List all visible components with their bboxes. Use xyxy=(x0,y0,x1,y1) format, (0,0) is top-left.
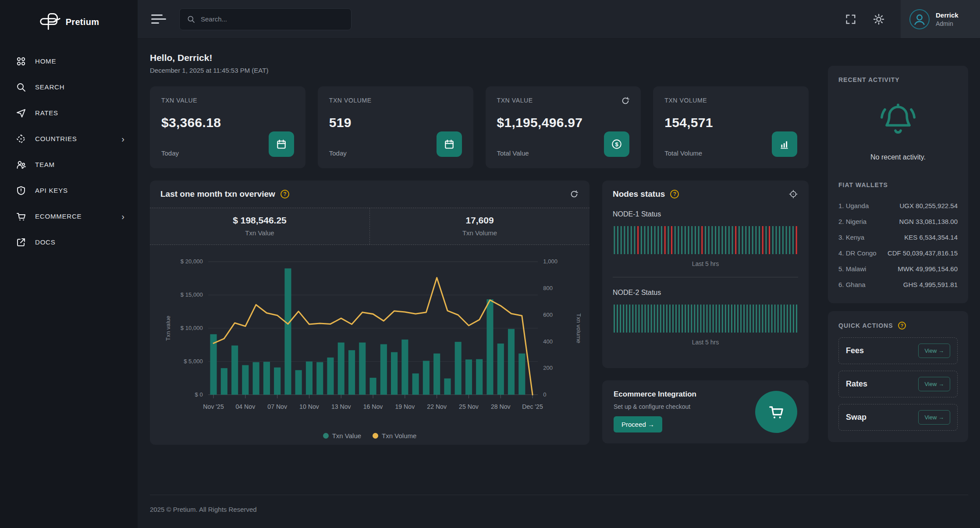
user-role: Admin xyxy=(936,20,959,27)
dollar-circle-icon[interactable]: $ xyxy=(604,131,629,157)
no-activity-text: No recent activity. xyxy=(838,153,958,161)
refresh-icon[interactable] xyxy=(621,96,630,106)
txn-overview-panel: Last one month txn overview ? $ 198,546.… xyxy=(150,181,589,445)
avatar xyxy=(909,9,930,29)
user-name: Derrick xyxy=(936,11,959,19)
panel-title: Last one month txn overview xyxy=(160,189,275,199)
greeting-datetime: December 1, 2025 at 11:45:53 PM (EAT) xyxy=(150,67,809,74)
ecommerce-integration-panel: Ecommerce Integration Set up & configure… xyxy=(602,380,809,443)
sidebar-item-label: API KEYS xyxy=(35,187,68,194)
svg-text:25 Nov: 25 Nov xyxy=(459,403,479,410)
stat-label: TXN VOLUME xyxy=(329,97,462,104)
wallet-row: 3. KenyaKES 6,534,354.14 xyxy=(838,230,958,245)
stat-card-total-volume: TXN VOLUME 154,571 Total Volume xyxy=(653,86,809,168)
search-icon xyxy=(187,15,195,24)
help-icon[interactable]: ? xyxy=(281,190,289,198)
sidebar-item-label: TEAM xyxy=(35,161,55,168)
view-fees-button[interactable]: View → xyxy=(918,344,950,358)
calendar-icon[interactable] xyxy=(437,131,462,157)
svg-text:04 Nov: 04 Nov xyxy=(236,403,256,410)
quick-actions-heading: QUICK ACTIONS ? xyxy=(838,322,958,330)
summary-txn-value: $ 198,546.25 xyxy=(150,215,369,226)
stat-caption: Today xyxy=(161,149,179,157)
main-content: Hello, Derrick! December 1, 2025 at 11:4… xyxy=(138,39,980,528)
sidebar-item-countries[interactable]: COUNTRIES › xyxy=(0,126,138,152)
help-icon[interactable]: ? xyxy=(898,322,906,330)
proceed-button[interactable]: Proceed → xyxy=(614,416,662,432)
svg-text:$: $ xyxy=(615,141,619,148)
search-icon xyxy=(16,82,26,92)
fullscreen-icon[interactable] xyxy=(845,13,857,25)
sidebar-item-label: SEARCH xyxy=(35,83,64,91)
sidebar-item-label: HOME xyxy=(35,57,56,65)
view-rates-button[interactable]: View → xyxy=(918,377,950,391)
chevron-right-icon: › xyxy=(121,212,124,221)
fiat-wallets-list: 1. UgandaUGX 80,255,922.54 2. NigeriaNGN… xyxy=(838,198,958,293)
quick-action-swap: Swap View → xyxy=(838,404,958,431)
chevron-right-icon: › xyxy=(121,135,124,143)
brand-logo[interactable]: Pretium xyxy=(0,8,138,36)
svg-text:200: 200 xyxy=(543,365,553,371)
sidebar-item-docs[interactable]: DOCS xyxy=(0,229,138,255)
svg-text:$ 10,000: $ 10,000 xyxy=(181,325,203,331)
legend-txn-value: Txn Value xyxy=(323,432,361,439)
summary-txn-volume: 17,609 xyxy=(370,215,589,226)
svg-text:Dec '25: Dec '25 xyxy=(522,403,543,410)
nodes-status-panel: Nodes status ? NODE-1 Status Last 5 hrs … xyxy=(602,181,809,368)
sidebar-item-api-keys[interactable]: API KEYS xyxy=(0,177,138,203)
wallet-row: 1. UgandaUGX 80,255,922.54 xyxy=(838,198,958,214)
countries-scan-icon xyxy=(16,134,26,144)
svg-text:19 Nov: 19 Nov xyxy=(395,403,415,410)
svg-text:$ 5,000: $ 5,000 xyxy=(184,358,203,365)
node1-sparkline xyxy=(613,226,798,254)
bar-chart-icon[interactable] xyxy=(772,131,797,157)
cart-icon xyxy=(755,391,797,433)
sidebar-item-home[interactable]: HOME xyxy=(0,48,138,74)
stat-label: TXN VOLUME xyxy=(664,97,797,104)
stat-value: $1,195,496.97 xyxy=(497,115,630,130)
sidebar-item-search[interactable]: SEARCH xyxy=(0,74,138,100)
svg-text:$ 0: $ 0 xyxy=(195,391,203,398)
crosshair-icon[interactable] xyxy=(788,189,798,199)
menu-toggle-icon[interactable] xyxy=(151,14,167,25)
copyright-text: 2025 © Pretium. All Rights Reserved xyxy=(150,506,968,513)
greeting-title: Hello, Derrick! xyxy=(150,53,809,63)
wallet-row: 4. DR CongoCDF 50,039,437,816.15 xyxy=(838,245,958,261)
svg-text:Txn volume: Txn volume xyxy=(575,313,581,343)
brand-name: Pretium xyxy=(66,17,99,27)
stat-label: TXN VALUE xyxy=(497,97,630,104)
view-swap-button[interactable]: View → xyxy=(918,410,950,425)
divider xyxy=(613,277,798,277)
search-box[interactable] xyxy=(179,8,352,30)
external-link-icon xyxy=(16,237,26,248)
search-input[interactable] xyxy=(201,15,344,23)
calendar-icon[interactable] xyxy=(269,131,294,157)
right-aside: RECENT ACTIVITY No recent activity. FIAT… xyxy=(828,66,968,445)
team-icon xyxy=(16,159,26,170)
stat-value: 154,571 xyxy=(664,115,797,130)
sidebar-item-ecommerce[interactable]: ECOMMERCE › xyxy=(0,203,138,229)
stat-card-txn-value-today: TXN VALUE $3,366.18 Today xyxy=(150,86,305,168)
shield-icon xyxy=(16,185,26,196)
panel-title: Nodes status xyxy=(613,189,665,199)
svg-text:16 Nov: 16 Nov xyxy=(363,403,383,410)
wallet-row: 6. GhanaGHS 4,995,591.81 xyxy=(838,277,958,293)
svg-text:$ 15,000: $ 15,000 xyxy=(181,291,203,298)
svg-text:13 Nov: 13 Nov xyxy=(331,403,352,410)
bell-icon xyxy=(838,100,958,142)
help-icon[interactable]: ? xyxy=(670,190,679,198)
legend-txn-volume: Txn Volume xyxy=(373,432,416,439)
svg-text:28 Nov: 28 Nov xyxy=(491,403,511,410)
node1-caption: Last 5 hrs xyxy=(613,260,798,267)
refresh-icon[interactable] xyxy=(569,189,579,199)
chart-legend: Txn Value Txn Volume xyxy=(150,431,589,446)
wallet-row: 2. NigeriaNGN 33,081,138.00 xyxy=(838,214,958,230)
sidebar-item-rates[interactable]: RATES xyxy=(0,100,138,126)
overview-summary: $ 198,546.25 Txn Value 17,609 Txn Volume xyxy=(150,208,589,245)
stat-value: 519 xyxy=(329,115,462,130)
theme-brightness-icon[interactable] xyxy=(873,13,885,25)
sidebar-item-label: COUNTRIES xyxy=(35,135,77,142)
user-menu[interactable]: Derrick Admin xyxy=(901,0,980,38)
sidebar-item-team[interactable]: TEAM xyxy=(0,152,138,177)
pretium-logo-icon xyxy=(39,11,61,33)
